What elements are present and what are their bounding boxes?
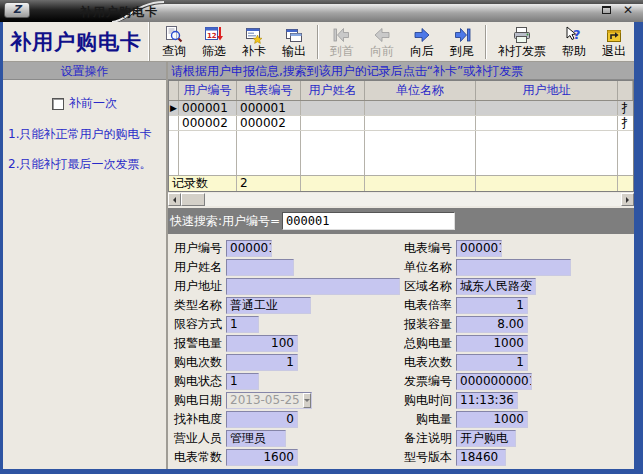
field-installed-capacity: 报装容量8.00	[400, 315, 571, 334]
toolbar-button-label: 输出	[282, 45, 306, 58]
field-invoice-number: 发票编号0000000001	[400, 372, 571, 391]
replenish-previous-checkbox-row[interactable]: 补前一次	[3, 95, 166, 112]
sidebar-note-2: 2.只能补打最后一次发票。	[3, 157, 166, 172]
toolbar-button-label: 到首	[330, 45, 354, 58]
toolbar-button-reprint-invoice[interactable]: 补打发票	[490, 23, 554, 61]
sidebar-note-1: 1.只能补正常用户的购电卡	[3, 127, 166, 142]
column-header-unit-name[interactable]: 单位名称	[365, 81, 476, 100]
table-row[interactable]: 000002 000002 扌	[169, 116, 633, 131]
field-total-purchased-energy: 总购电量1000	[400, 334, 571, 353]
cell-unit-name[interactable]	[365, 116, 476, 130]
field-meter-id: 电表编号000001	[400, 239, 571, 258]
detail-form: 用户编号000001 用户姓名 用户地址 类型名称普通工业 限容方式1 报警电量…	[168, 234, 634, 469]
column-header-user-address[interactable]: 用户地址	[476, 81, 618, 100]
toolbar-button-help[interactable]: ? 帮助	[554, 23, 594, 61]
scroll-right-icon	[626, 197, 632, 203]
cell-user-name[interactable]	[301, 116, 365, 130]
svg-text:12: 12	[207, 32, 217, 40]
field-type-name: 类型名称普通工业	[170, 296, 400, 315]
field-meter-count: 电表次数1	[400, 353, 571, 372]
toolbar-button-nav-prev[interactable]: 向前	[362, 23, 402, 61]
scroll-left-button[interactable]	[168, 193, 181, 206]
cell-user-name[interactable]	[301, 101, 365, 115]
toolbar-button-label: 查询	[162, 45, 186, 58]
row-selector-header	[169, 81, 179, 100]
chevron-down-icon	[304, 399, 310, 405]
column-header-user-id[interactable]: 用户编号	[179, 81, 237, 100]
column-header-clipped	[618, 81, 633, 100]
checkbox-label: 补前一次	[69, 95, 117, 112]
maximize-button[interactable]	[600, 4, 613, 16]
cell-user-address[interactable]	[476, 101, 618, 115]
toolbar-button-query[interactable]: 查询	[154, 23, 194, 61]
field-operator: 营业人员管理员	[170, 429, 400, 448]
instruction-message: 请根据用户申报信息,搜索到该用户的记录后点击“补卡”或补打发票	[168, 62, 634, 80]
record-count-value: 2	[237, 176, 301, 191]
cell-clipped: 扌	[618, 116, 633, 130]
field-meter-ratio: 电表倍率1	[400, 296, 571, 315]
field-remark: 备注说明开户购电	[400, 429, 571, 448]
scrollbar-track[interactable]	[205, 193, 621, 206]
cell-user-id[interactable]: 000001	[179, 101, 237, 115]
nav-prev-icon	[373, 26, 391, 45]
cell-clipped: 扌	[618, 101, 633, 115]
table-row[interactable]: ▶ 000001 000001 扌	[169, 101, 633, 116]
nav-last-icon	[453, 26, 471, 45]
grid-header-row: 用户编号 电表编号 用户姓名 单位名称 用户地址	[169, 81, 633, 101]
purchase-date-value: 2013-05-25	[227, 393, 303, 408]
window-title: 补用户购电卡	[80, 4, 158, 21]
settings-sidebar: 设置操作 补前一次 1.只能补正常用户的购电卡 2.只能补打最后一次发票。	[3, 62, 168, 469]
field-area-name: 区域名称城东人民路变	[400, 277, 571, 296]
toolbar-button-filter[interactable]: 12 筛选	[194, 23, 234, 61]
help-icon: ?	[565, 26, 583, 45]
cell-unit-name[interactable]	[365, 101, 476, 115]
horizontal-scrollbar[interactable]	[168, 193, 634, 206]
column-header-user-name[interactable]: 用户姓名	[301, 81, 365, 100]
toolbar-button-label: 补打发票	[498, 45, 546, 58]
scroll-left-icon	[170, 197, 176, 203]
field-alarm-energy: 报警电量100	[170, 334, 400, 353]
toolbar-button-label: 筛选	[202, 45, 226, 58]
row-selector	[169, 116, 179, 130]
quick-search-bar: 快速搜索:用户编号=	[168, 208, 634, 234]
user-records-grid: 用户编号 电表编号 用户姓名 单位名称 用户地址 ▶ 000001 000001…	[168, 80, 634, 192]
toolbar-separator	[485, 25, 487, 59]
grid-empty-area	[169, 131, 633, 175]
scrollbar-thumb[interactable]	[181, 193, 205, 206]
scroll-right-button[interactable]	[621, 193, 634, 206]
toolbar-button-export[interactable]: 输出	[274, 23, 314, 61]
toolbar-button-label: 到尾	[450, 45, 474, 58]
cell-meter-id[interactable]: 000001	[237, 101, 301, 115]
column-header-meter-id[interactable]: 电表编号	[237, 81, 301, 100]
exit-icon	[605, 26, 623, 45]
field-model-version: 型号版本18460	[400, 448, 571, 467]
record-count-row: 记录数 2	[169, 175, 633, 191]
toolbar-button-label: 向前	[370, 45, 394, 58]
toolbar-button-nav-next[interactable]: 向后	[402, 23, 442, 61]
toolbar-button-label: 退出	[602, 45, 626, 58]
toolbar-button-exit[interactable]: 退出	[594, 23, 634, 61]
toolbar: 补用户购电卡 查询 12 筛选 补卡	[3, 22, 634, 62]
cell-user-id[interactable]: 000002	[179, 116, 237, 130]
record-count-label: 记录数	[169, 176, 237, 191]
search-icon	[165, 26, 183, 45]
date-dropdown-button[interactable]	[303, 393, 311, 408]
cell-user-address[interactable]	[476, 116, 618, 130]
toolbar-button-nav-first[interactable]: 到首	[322, 23, 362, 61]
cell-meter-id[interactable]: 000002	[237, 116, 301, 130]
page-title-panel: 补用户购电卡	[3, 22, 150, 61]
field-user-name: 用户姓名	[170, 258, 400, 277]
nav-next-icon	[413, 26, 431, 45]
page-title: 补用户购电卡	[10, 28, 142, 56]
field-user-id: 用户编号000001	[170, 239, 400, 258]
checkbox-unchecked-icon[interactable]	[52, 98, 64, 110]
quick-search-input[interactable]	[282, 212, 455, 230]
close-button[interactable]: ✕	[623, 4, 633, 16]
toolbar-button-nav-last[interactable]: 到尾	[442, 23, 482, 61]
toolbar-button-card-replace[interactable]: 补卡	[234, 23, 274, 61]
app-logo-icon: Z	[4, 2, 30, 18]
titlebar: Z 补用户购电卡 ✕	[0, 0, 643, 22]
field-capacity-limit-mode: 限容方式1	[170, 315, 400, 334]
field-unit-name: 单位名称	[400, 258, 571, 277]
export-icon	[285, 26, 303, 45]
